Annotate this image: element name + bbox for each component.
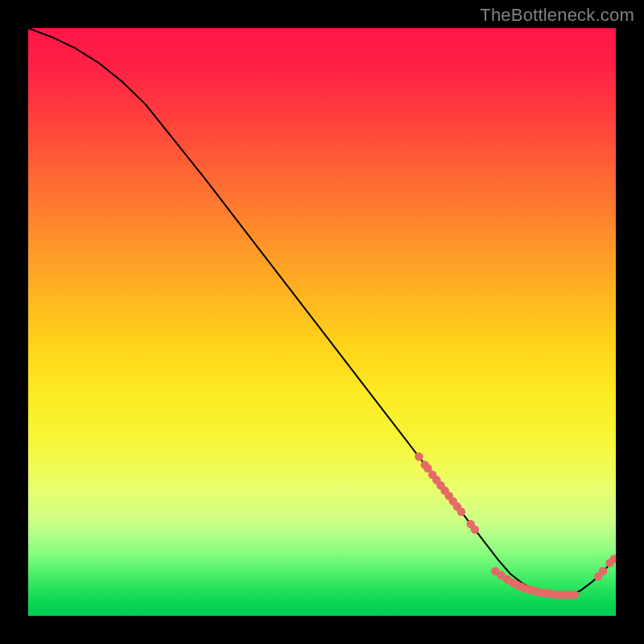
- chart-svg: [28, 28, 616, 616]
- marker-dot: [599, 567, 608, 576]
- marker-dot: [457, 508, 466, 517]
- marker-dot: [571, 590, 580, 599]
- chart-frame: TheBottleneck.com: [0, 0, 644, 644]
- marker-dot: [471, 525, 480, 534]
- plot-area: [28, 28, 616, 616]
- marker-dot: [415, 452, 423, 461]
- watermark-text: TheBottleneck.com: [480, 5, 634, 26]
- curve-line: [28, 28, 616, 595]
